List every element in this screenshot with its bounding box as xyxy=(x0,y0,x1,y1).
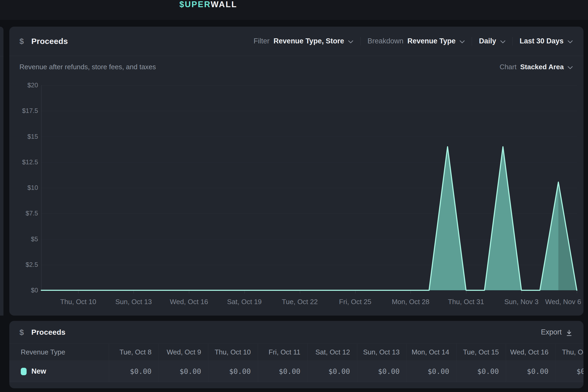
breakdown-dropdown[interactable]: Breakdown Revenue Type xyxy=(367,37,465,45)
proceeds-chart-card: $ Proceeds Filter Revenue Type, Store Br… xyxy=(9,27,583,316)
value-cell: $0.00 xyxy=(428,367,449,375)
date-column-header: Tue, Oct 15 xyxy=(456,344,506,361)
dollar-icon: $ xyxy=(19,37,24,46)
export-label: Export xyxy=(541,328,562,336)
date-column-header: Fri, Oct 11 xyxy=(258,344,308,361)
date-column-header: Sat, Oct 12 xyxy=(307,344,357,361)
adjacent-card-edge xyxy=(0,27,3,316)
table-cell: $0.00 xyxy=(109,361,159,382)
y-axis-tick-label: $12.5 xyxy=(9,158,38,166)
series-color-swatch xyxy=(21,368,27,375)
series-name: New xyxy=(31,367,46,375)
value-cell: $0.00 xyxy=(328,367,350,375)
x-axis-tick-label: Sun, Nov 3 xyxy=(504,298,539,306)
divider xyxy=(472,37,472,46)
x-axis-tick xyxy=(411,290,411,293)
y-axis-tick-label: $15 xyxy=(9,133,38,140)
date-column-header: Tue, Oct 8 xyxy=(109,344,159,361)
chevron-down-icon xyxy=(568,66,573,69)
chevron-down-icon xyxy=(348,40,353,43)
chart-subtitle-row: Revenue after refunds, store fees, and t… xyxy=(9,56,583,71)
logo-teal-part: $UPER xyxy=(179,0,211,9)
area-fill xyxy=(41,147,577,290)
gridline xyxy=(41,213,577,214)
value-cell: $0.00 xyxy=(477,367,499,375)
chart-type-label: Chart xyxy=(500,63,517,71)
date-column-header: Mon, Oct 14 xyxy=(407,344,456,361)
x-axis-tick xyxy=(355,290,355,293)
date-range-value: Last 30 Days xyxy=(520,37,564,45)
table-row: New $0.00$0.00$0.00$0.00$0.00$0.00$0.00$… xyxy=(9,361,583,382)
filter-label: Filter xyxy=(254,37,270,45)
table-cell: $0.00 xyxy=(506,361,556,382)
gridline xyxy=(41,265,577,265)
table-cell: $0.00 xyxy=(307,361,357,382)
logo-white-part: WALL xyxy=(211,0,237,9)
x-axis-tick-label: Sun, Oct 13 xyxy=(115,298,152,306)
x-axis-tick xyxy=(466,290,466,293)
revenue-type-column-header: Revenue Type xyxy=(9,344,109,361)
table-cell: $0.00 xyxy=(556,361,584,382)
gridline xyxy=(41,162,577,162)
chevron-down-icon xyxy=(459,40,465,43)
divider xyxy=(512,37,513,46)
value-cell: $0.00 xyxy=(378,367,400,375)
value-cell: $0.00 xyxy=(229,367,251,375)
y-axis-tick-label: $10 xyxy=(9,184,38,191)
x-axis-tick xyxy=(300,290,300,293)
x-axis-tick xyxy=(521,290,522,293)
y-axis-tick-label: $5 xyxy=(9,235,38,243)
top-bar: $UPERWALL xyxy=(0,0,588,20)
area-series-svg xyxy=(41,85,577,290)
chart-type-value: Stacked Area xyxy=(520,63,564,71)
download-icon xyxy=(565,329,573,337)
export-button[interactable]: Export xyxy=(541,328,573,337)
incomplete-period-fill xyxy=(558,182,577,290)
row-label-cell: New xyxy=(9,361,109,382)
x-axis-tick-label: Thu, Oct 31 xyxy=(448,298,484,306)
granularity-value: Daily xyxy=(479,37,496,45)
x-axis-tick-label: Wed, Nov 6 xyxy=(545,298,581,306)
value-cell: $0.00 xyxy=(279,367,300,375)
area-series-line xyxy=(41,147,577,290)
table-card-header: $ Proceeds Export xyxy=(9,321,583,344)
x-axis-tick-label: Mon, Oct 28 xyxy=(392,298,429,306)
filter-dropdown[interactable]: Filter Revenue Type, Store xyxy=(254,37,353,45)
date-column-header: Thu, Oct 10 xyxy=(208,344,258,361)
dollar-icon: $ xyxy=(19,328,24,337)
date-range-dropdown[interactable]: Last 30 Days xyxy=(520,37,573,45)
breakdown-value: Revenue Type xyxy=(407,37,456,45)
y-axis-tick-label: $0 xyxy=(9,287,38,294)
date-column-header: Thu, Oct 17 xyxy=(556,344,584,361)
y-axis-tick-label: $7.5 xyxy=(9,210,38,217)
chart-type-dropdown[interactable]: Chart Stacked Area xyxy=(500,63,573,71)
gridline xyxy=(41,188,577,188)
granularity-dropdown[interactable]: Daily xyxy=(479,37,506,45)
table-cell: $0.00 xyxy=(407,361,456,382)
chevron-down-icon xyxy=(500,40,506,43)
x-axis-tick-label: Sat, Oct 19 xyxy=(227,298,262,306)
x-axis-tick xyxy=(189,290,189,293)
x-axis-tick-label: Wed, Oct 16 xyxy=(170,298,208,306)
x-axis-tick-label: Thu, Oct 10 xyxy=(60,298,96,306)
y-axis-tick-label: $2.5 xyxy=(9,261,38,268)
filter-value: Revenue Type, Store xyxy=(274,37,344,45)
x-axis-tick-label: Tue, Oct 22 xyxy=(282,298,318,306)
date-column-header: Wed, Oct 9 xyxy=(159,344,208,361)
divider xyxy=(0,56,3,56)
x-axis-tick-label: Fri, Oct 25 xyxy=(339,298,371,306)
x-axis-tick xyxy=(78,290,78,293)
table-cell: $0.00 xyxy=(208,361,258,382)
date-column-header: Sun, Oct 13 xyxy=(357,344,407,361)
y-axis-line xyxy=(41,85,42,290)
chart-filter-bar: Filter Revenue Type, Store Breakdown Rev… xyxy=(254,37,573,46)
gridline xyxy=(41,137,577,137)
table-card-title: Proceeds xyxy=(31,328,65,337)
x-axis-tick xyxy=(577,290,577,293)
gridline xyxy=(41,85,577,85)
gridline xyxy=(41,239,577,239)
table-cell: $0.00 xyxy=(159,361,208,382)
value-cell: $0.00 xyxy=(130,367,151,375)
breakdown-label: Breakdown xyxy=(367,37,403,45)
chevron-down-icon xyxy=(568,40,573,43)
